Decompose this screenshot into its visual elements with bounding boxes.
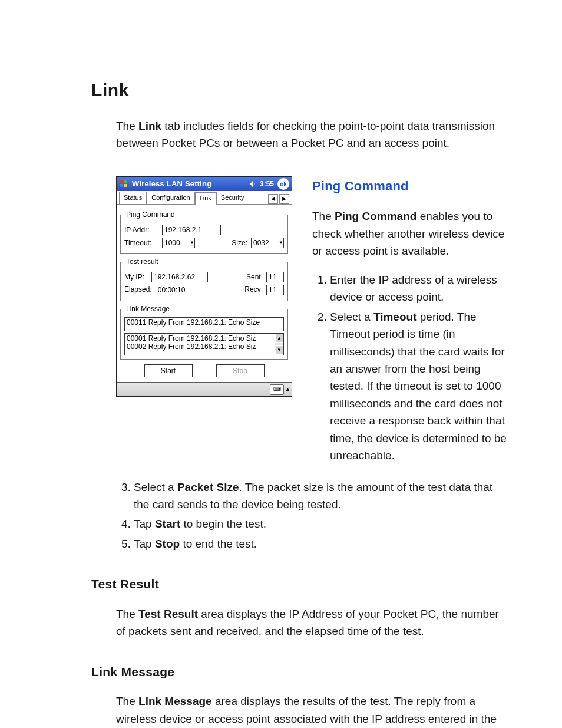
- stop-button[interactable]: Stop: [216, 364, 265, 377]
- size-select[interactable]: 0032▼: [251, 238, 284, 248]
- text: Select a: [134, 481, 177, 493]
- ping-command-section: Ping Command The Ping Command enables yo…: [312, 176, 507, 466]
- text: period. The Timeout period is time (in m…: [330, 311, 507, 462]
- text: to begin the test.: [180, 518, 266, 530]
- elapsed-value: [156, 285, 194, 295]
- myip-label: My IP:: [124, 272, 148, 283]
- list-item: Tap Start to begin the test.: [134, 515, 507, 532]
- clock-time: 3:55: [260, 179, 274, 190]
- svg-rect-3: [124, 184, 127, 187]
- text-bold: Ping Command: [335, 210, 416, 222]
- section-heading: Link Message: [91, 663, 510, 682]
- timeout-label: Timeout:: [124, 238, 158, 249]
- text-bold: Stop: [155, 538, 180, 550]
- section-heading: Test Result: [91, 575, 510, 594]
- tab-scroll-left-icon[interactable]: ◀: [268, 194, 278, 204]
- intro-paragraph: The Link tab includes fields for checkin…: [116, 117, 507, 152]
- text-bold: Link: [138, 120, 161, 132]
- sip-bar: ⌨ ▲: [117, 382, 292, 396]
- text-bold: Test Result: [138, 608, 198, 620]
- tab-status[interactable]: Status: [119, 192, 147, 204]
- list-item: Tap Stop to end the test.: [134, 535, 507, 552]
- size-value: 0032: [253, 239, 269, 247]
- ip-label: IP Addr:: [124, 225, 158, 236]
- text-bold: Link Message: [138, 695, 212, 707]
- elapsed-label: Elapsed:: [124, 284, 152, 295]
- chevron-down-icon: ▼: [279, 240, 283, 245]
- title-bar: Wireless LAN Setting 3:55 ok: [117, 177, 292, 191]
- tab-scroll-right-icon[interactable]: ▶: [279, 194, 289, 204]
- svg-rect-2: [120, 184, 123, 187]
- volume-icon[interactable]: [249, 180, 256, 187]
- list-item: 00001 Reply From 192.168.2.1: Echo Siz: [127, 334, 273, 342]
- list-item: 00002 Reply From 192.168.2.1: Echo Siz: [127, 342, 273, 351]
- svg-rect-1: [124, 180, 127, 183]
- list-item: Enter the IP address of a wireless devic…: [330, 271, 507, 306]
- size-label: Size:: [232, 238, 247, 249]
- timeout-value: 1000: [164, 239, 180, 247]
- start-button[interactable]: Start: [144, 364, 193, 377]
- timeout-select[interactable]: 1000▼: [162, 238, 195, 248]
- window-title: Wireless LAN Setting: [132, 178, 246, 190]
- scroll-up-icon[interactable]: ▲: [275, 334, 283, 343]
- text: The: [312, 210, 335, 222]
- tab-link[interactable]: Link: [195, 192, 216, 205]
- text: Select a: [330, 311, 373, 323]
- text: The: [116, 120, 138, 132]
- chevron-down-icon: ▼: [190, 240, 194, 245]
- paragraph: The Link Message area displays the resul…: [116, 693, 507, 728]
- paragraph: The Test Result area displays the IP Add…: [116, 605, 507, 640]
- group-legend: Link Message: [124, 304, 171, 315]
- list-item: Select a Timeout period. The Timeout per…: [330, 308, 507, 465]
- tab-bar: Status Configuration Link Security ◀ ▶: [117, 191, 292, 205]
- recv-value: [266, 285, 284, 295]
- text-bold: Timeout: [373, 311, 417, 323]
- link-message-current: 00011 Reply From 192.168.2.1: Echo Size: [124, 317, 284, 331]
- tab-security[interactable]: Security: [216, 192, 249, 204]
- page-title: Link: [91, 77, 510, 104]
- tab-configuration[interactable]: Configuration: [147, 192, 194, 204]
- test-result-group: Test result My IP: Sent: Elapsed: R: [120, 256, 288, 301]
- recv-label: Recv:: [244, 284, 263, 295]
- windows-flag-icon: [119, 179, 128, 189]
- keyboard-icon[interactable]: ⌨: [270, 384, 284, 395]
- text: to end the test.: [180, 538, 257, 550]
- group-legend: Ping Command: [124, 209, 177, 220]
- svg-rect-0: [120, 180, 123, 183]
- text: The: [116, 695, 138, 707]
- text: tab includes fields for checking the poi…: [116, 120, 495, 149]
- sent-value: [266, 272, 284, 282]
- text: Tap: [134, 518, 155, 530]
- text: The: [116, 608, 138, 620]
- sent-label: Sent:: [246, 272, 263, 283]
- steps-list: Enter the IP address of a wireless devic…: [312, 271, 507, 465]
- paragraph: The Ping Command enables you to check wh…: [312, 207, 507, 259]
- myip-value: [151, 272, 208, 282]
- text-bold: Start: [155, 518, 180, 530]
- text-bold: Packet Size: [177, 481, 239, 493]
- section-heading: Ping Command: [312, 176, 507, 196]
- sip-up-icon[interactable]: ▲: [285, 386, 290, 394]
- ping-command-group: Ping Command IP Addr: Timeout: 1000▼ Siz…: [120, 209, 288, 254]
- scrollbar[interactable]: ▲ ▼: [275, 334, 283, 355]
- link-message-list[interactable]: 00001 Reply From 192.168.2.1: Echo Siz 0…: [124, 333, 284, 355]
- text: Tap: [134, 538, 155, 550]
- steps-list-continued: Select a Packet Size. The packet size is…: [116, 479, 507, 553]
- screenshot-wireless-lan: Wireless LAN Setting 3:55 ok Status Conf…: [116, 176, 292, 396]
- link-message-group: Link Message 00011 Reply From 192.168.2.…: [120, 304, 288, 360]
- ip-input[interactable]: [162, 225, 221, 235]
- list-item: Select a Packet Size. The packet size is…: [134, 479, 507, 513]
- group-legend: Test result: [124, 256, 160, 268]
- scroll-down-icon[interactable]: ▼: [275, 345, 283, 355]
- ok-button[interactable]: ok: [277, 178, 289, 190]
